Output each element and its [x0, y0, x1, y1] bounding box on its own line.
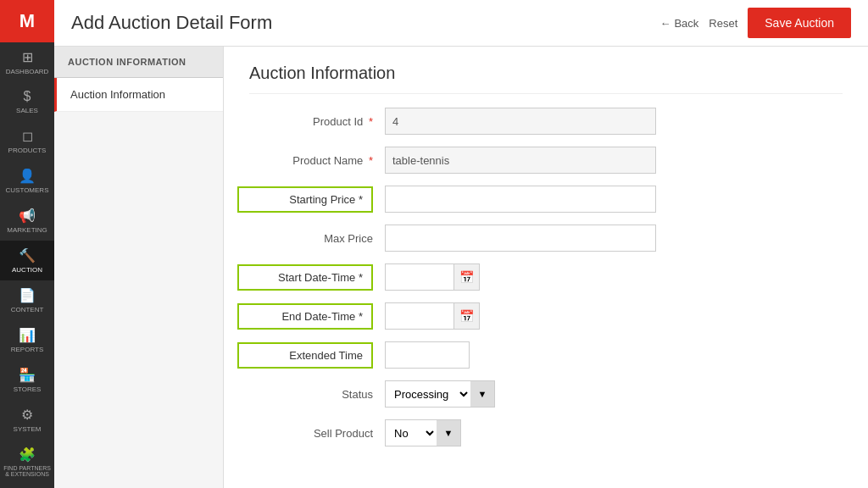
content-icon: 📄 — [19, 287, 36, 303]
status-label: Status — [249, 388, 385, 401]
sidebar-item-find[interactable]: 🧩 FIND PARTNERS & EXTENSIONS — [0, 440, 54, 484]
right-panel: Auction Information Product Id * Product… — [224, 47, 868, 488]
app-logo: M — [0, 0, 54, 42]
sales-icon: $ — [24, 89, 31, 104]
extended-time-input[interactable] — [385, 341, 470, 369]
product-id-input[interactable] — [385, 108, 656, 135]
sidebar: M ⊞ Dashboard $ Sales ◻ Products 👤 Custo… — [0, 0, 54, 488]
sidebar-label-marketing: Marketing — [7, 226, 47, 234]
max-price-input[interactable] — [385, 225, 656, 252]
sidebar-label-stores: Stores — [14, 385, 42, 393]
page-title: Add Auction Detail Form — [71, 12, 272, 34]
reset-button[interactable]: Reset — [709, 17, 737, 30]
sidebar-label-sales: Sales — [16, 107, 38, 114]
sidebar-label-find: FIND PARTNERS & EXTENSIONS — [3, 465, 51, 477]
extended-time-label: Extended Time — [237, 342, 373, 369]
page-header: Add Auction Detail Form ← Back Reset Sav… — [54, 0, 868, 47]
marketing-icon: 📢 — [19, 208, 36, 224]
status-select[interactable]: Processing Pending Completed — [386, 381, 470, 407]
system-icon: ⚙ — [21, 407, 33, 423]
sell-product-label: Sell Product — [249, 427, 385, 440]
content-area: AUCTION INFORMATION Auction Information … — [54, 47, 868, 488]
status-select-arrow-icon[interactable]: ▼ — [470, 381, 494, 407]
sidebar-label-system: System — [14, 425, 42, 433]
product-id-required: * — [369, 115, 373, 128]
starting-price-required: * — [359, 193, 363, 206]
sell-product-row: Sell Product No Yes ▼ — [249, 419, 843, 446]
product-id-label: Product Id * — [249, 115, 385, 128]
sidebar-item-stores[interactable]: 🏪 Stores — [0, 360, 54, 400]
product-name-label: Product Name * — [249, 154, 385, 167]
start-datetime-input-wrap: 📅 — [385, 263, 480, 291]
left-panel: AUCTION INFORMATION Auction Information — [54, 47, 224, 488]
sidebar-label-dashboard: Dashboard — [6, 68, 49, 75]
starting-price-label: Starting Price * — [237, 186, 373, 213]
sell-product-select[interactable]: No Yes — [386, 420, 437, 446]
sidebar-item-content[interactable]: 📄 Content — [0, 280, 54, 320]
product-name-input[interactable] — [385, 147, 656, 174]
max-price-label: Max Price — [249, 232, 385, 245]
products-icon: ◻ — [22, 128, 33, 144]
status-select-wrap: Processing Pending Completed ▼ — [385, 380, 495, 408]
section-header: AUCTION INFORMATION — [54, 47, 223, 78]
back-arrow-icon: ← — [659, 17, 670, 30]
status-row: Status Processing Pending Completed ▼ — [249, 380, 843, 408]
auction-icon: 🔨 — [19, 247, 36, 263]
extended-time-row: Extended Time — [249, 341, 843, 369]
end-datetime-row: End Date-Time * 📅 — [249, 302, 843, 330]
header-actions: ← Back Reset Save Auction — [659, 8, 851, 38]
start-datetime-row: Start Date-Time * 📅 — [249, 263, 843, 291]
stores-icon: 🏪 — [19, 367, 36, 383]
sell-product-select-wrap: No Yes ▼ — [385, 419, 461, 446]
product-name-row: Product Name * — [249, 147, 843, 174]
max-price-row: Max Price — [249, 225, 843, 252]
sidebar-item-system[interactable]: ⚙ System — [0, 400, 54, 440]
sidebar-item-auction[interactable]: 🔨 Auction — [0, 241, 54, 280]
find-icon: 🧩 — [19, 446, 36, 463]
end-datetime-calendar-icon[interactable]: 📅 — [453, 303, 479, 329]
sidebar-label-content: Content — [11, 306, 44, 313]
starting-price-row: Starting Price * — [249, 186, 843, 213]
save-auction-button[interactable]: Save Auction — [748, 8, 851, 38]
sidebar-item-products[interactable]: ◻ Products — [0, 121, 54, 161]
sidebar-label-products: Products — [8, 147, 47, 154]
end-datetime-input-wrap: 📅 — [385, 302, 480, 330]
end-datetime-required: * — [359, 310, 363, 323]
sell-product-arrow-icon[interactable]: ▼ — [437, 420, 460, 446]
sidebar-item-reports[interactable]: 📊 Reports — [0, 320, 54, 360]
sidebar-item-marketing[interactable]: 📢 Marketing — [0, 201, 54, 241]
product-name-required: * — [369, 154, 373, 167]
product-id-row: Product Id * — [249, 108, 843, 135]
customers-icon: 👤 — [19, 168, 36, 184]
section-title: Auction Information — [249, 64, 843, 94]
starting-price-input[interactable] — [385, 186, 656, 213]
sidebar-item-sales[interactable]: $ Sales — [0, 82, 54, 121]
dashboard-icon: ⊞ — [22, 49, 33, 65]
end-datetime-label: End Date-Time * — [237, 303, 373, 330]
reports-icon: 📊 — [19, 327, 36, 343]
start-datetime-label: Start Date-Time * — [237, 264, 373, 291]
sidebar-label-customers: Customers — [6, 186, 49, 194]
back-button[interactable]: ← Back — [659, 17, 698, 30]
nav-item-auction-info[interactable]: Auction Information — [54, 78, 223, 112]
sidebar-label-auction: Auction — [12, 266, 42, 274]
start-datetime-input[interactable] — [386, 264, 453, 290]
start-datetime-required: * — [359, 271, 363, 284]
sidebar-item-dashboard[interactable]: ⊞ Dashboard — [0, 42, 54, 82]
end-datetime-input[interactable] — [386, 303, 453, 329]
sidebar-item-customers[interactable]: 👤 Customers — [0, 161, 54, 201]
sidebar-label-reports: Reports — [11, 346, 44, 353]
main-area: Add Auction Detail Form ← Back Reset Sav… — [54, 0, 868, 488]
start-datetime-calendar-icon[interactable]: 📅 — [453, 264, 479, 290]
